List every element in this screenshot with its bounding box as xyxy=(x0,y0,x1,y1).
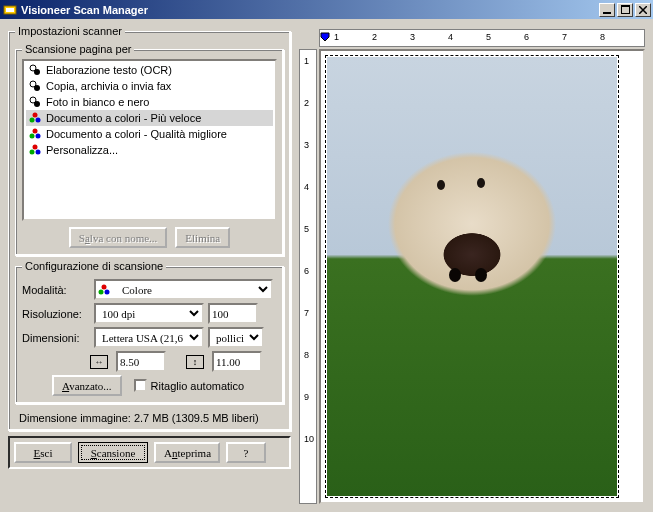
ruler-tick: 3 xyxy=(304,140,309,150)
svg-point-10 xyxy=(34,101,40,107)
svg-point-14 xyxy=(33,129,38,134)
svg-rect-2 xyxy=(603,12,611,14)
bw-icon xyxy=(28,63,42,77)
resolution-label: Risoluzione: xyxy=(22,308,90,320)
svg-point-13 xyxy=(36,118,41,123)
svg-point-15 xyxy=(30,134,35,139)
help-button[interactable]: ? xyxy=(226,442,266,463)
image-size-status: Dimensione immagine: 2.7 MB (1309.5 MB l… xyxy=(15,408,284,426)
scan-type-list[interactable]: Elaborazione testo (OCR)Copia, archivia … xyxy=(22,59,277,221)
svg-point-20 xyxy=(102,285,107,290)
minimize-button[interactable] xyxy=(599,3,615,17)
scan-config-group: Configurazione di scansione Modalità: Co… xyxy=(15,260,284,404)
svg-rect-4 xyxy=(621,5,630,7)
ruler-horizontal: 12345678 xyxy=(319,29,645,47)
height-input[interactable] xyxy=(212,351,262,372)
scan-page-for-legend: Scansione pagina per xyxy=(22,43,134,55)
rgb-icon xyxy=(28,111,42,125)
ruler-tick: 7 xyxy=(562,32,567,42)
ruler-tick: 9 xyxy=(304,392,309,402)
preview-button[interactable]: Anteprima xyxy=(154,442,220,463)
svg-point-22 xyxy=(105,290,110,295)
scan-type-label: Documento a colori - Più veloce xyxy=(46,112,201,124)
height-icon: ↕ xyxy=(186,355,204,369)
width-input[interactable] xyxy=(116,351,166,372)
ruler-tick: 6 xyxy=(524,32,529,42)
selection-marquee[interactable] xyxy=(325,55,619,498)
svg-point-6 xyxy=(34,69,40,75)
scan-type-label: Personalizza... xyxy=(46,144,118,156)
scan-type-item[interactable]: Personalizza... xyxy=(26,142,273,158)
scan-page-for-group: Scansione pagina per Elaborazione testo … xyxy=(15,43,284,256)
scan-type-item[interactable]: Foto in bianco e nero xyxy=(26,94,273,110)
resolution-input[interactable] xyxy=(208,303,258,324)
app-icon xyxy=(2,2,18,18)
svg-point-16 xyxy=(36,134,41,139)
dim-units-select[interactable]: pollici xyxy=(208,327,264,348)
preview-canvas[interactable] xyxy=(319,49,645,504)
scan-type-label: Copia, archivia o invia fax xyxy=(46,80,171,92)
ruler-tick: 2 xyxy=(304,98,309,108)
dimensions-select[interactable]: Lettera USA (21,6 x xyxy=(94,327,204,348)
scan-type-item[interactable]: Elaborazione testo (OCR) xyxy=(26,62,273,78)
scan-type-item[interactable]: Documento a colori - Qualità migliore xyxy=(26,126,273,142)
ruler-tick: 1 xyxy=(304,56,309,66)
advanced-button[interactable]: Avanzato... xyxy=(52,375,122,396)
auto-crop-label: Ritaglio automatico xyxy=(151,380,245,392)
scan-type-label: Documento a colori - Qualità migliore xyxy=(46,128,227,140)
exit-button[interactable]: Esci xyxy=(14,442,72,463)
resolution-select[interactable]: 100 dpi xyxy=(94,303,204,324)
rgb-icon xyxy=(28,127,42,141)
svg-point-18 xyxy=(30,150,35,155)
maximize-button[interactable] xyxy=(617,3,633,17)
scan-config-legend: Configurazione di scansione xyxy=(22,260,166,272)
bw-icon xyxy=(28,79,42,93)
svg-point-21 xyxy=(99,290,104,295)
ruler-tick: 1 xyxy=(334,32,339,42)
mode-select[interactable]: Colore xyxy=(94,279,273,300)
rgb-icon xyxy=(28,143,42,157)
scanner-settings-legend: Impostazioni scanner xyxy=(15,25,125,37)
ruler-cursor-icon xyxy=(320,32,330,46)
ruler-tick: 10 xyxy=(304,434,314,444)
scan-type-item[interactable]: Documento a colori - Più veloce xyxy=(26,110,273,126)
ruler-tick: 3 xyxy=(410,32,415,42)
ruler-vertical: 12345678910 xyxy=(299,49,317,504)
ruler-tick: 2 xyxy=(372,32,377,42)
bottom-button-bar: Esci Scansione Anteprima ? xyxy=(8,436,291,469)
bw-icon xyxy=(28,95,42,109)
ruler-tick: 8 xyxy=(600,32,605,42)
scan-type-item[interactable]: Copia, archivia o invia fax xyxy=(26,78,273,94)
width-icon: ↔ xyxy=(90,355,108,369)
ruler-tick: 5 xyxy=(304,224,309,234)
ruler-tick: 4 xyxy=(304,182,309,192)
title-bar: Visioneer Scan Manager xyxy=(0,0,653,19)
ruler-tick: 5 xyxy=(486,32,491,42)
delete-button[interactable]: Elimina xyxy=(175,227,230,248)
svg-point-17 xyxy=(33,145,38,150)
ruler-tick: 4 xyxy=(448,32,453,42)
scan-type-label: Elaborazione testo (OCR) xyxy=(46,64,172,76)
dimensions-label: Dimensioni: xyxy=(22,332,90,344)
save-as-button[interactable]: Salva con nome... xyxy=(69,227,168,248)
mode-label: Modalità: xyxy=(22,284,90,296)
svg-point-8 xyxy=(34,85,40,91)
svg-point-12 xyxy=(30,118,35,123)
svg-point-19 xyxy=(36,150,41,155)
auto-crop-checkbox[interactable]: Ritaglio automatico xyxy=(134,379,245,392)
svg-rect-1 xyxy=(6,8,14,12)
ruler-tick: 7 xyxy=(304,308,309,318)
svg-point-11 xyxy=(33,113,38,118)
close-button[interactable] xyxy=(635,3,651,17)
scan-button[interactable]: Scansione xyxy=(78,442,148,463)
preview-pane: 12345678 12345678910 xyxy=(297,21,651,510)
ruler-tick: 8 xyxy=(304,350,309,360)
scanner-settings-group: Impostazioni scanner Scansione pagina pe… xyxy=(8,25,291,431)
scan-type-label: Foto in bianco e nero xyxy=(46,96,149,108)
ruler-tick: 6 xyxy=(304,266,309,276)
window-title: Visioneer Scan Manager xyxy=(21,4,597,16)
